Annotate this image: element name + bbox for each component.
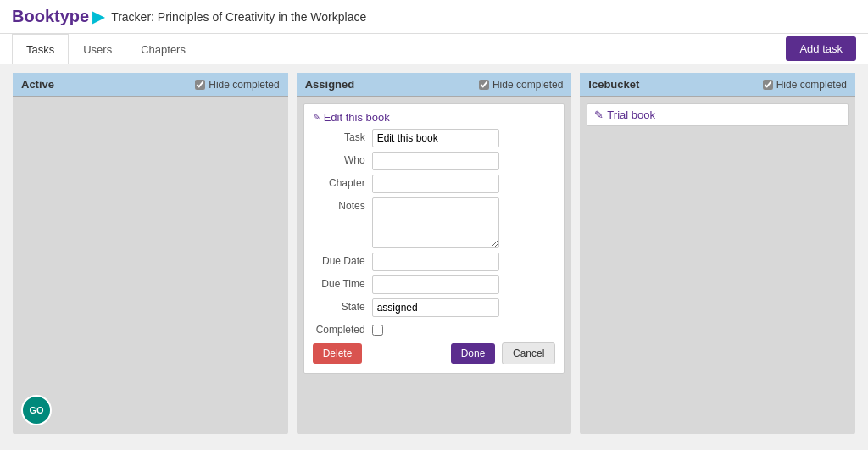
trial-book-edit-icon: ✎ bbox=[594, 108, 604, 121]
task-title-link[interactable]: ✎ Edit this book bbox=[313, 111, 556, 124]
assigned-hide-completed[interactable]: Hide completed bbox=[479, 79, 563, 91]
tab-chapters[interactable]: Chapters bbox=[126, 34, 200, 64]
task-field-label: Task bbox=[313, 129, 372, 143]
cancel-button[interactable]: Cancel bbox=[502, 342, 555, 364]
completed-checkbox[interactable] bbox=[372, 325, 383, 336]
active-column-header: Active Hide completed bbox=[13, 73, 288, 97]
active-hide-completed[interactable]: Hide completed bbox=[195, 79, 279, 91]
chapter-field-row: Chapter bbox=[313, 175, 556, 193]
icebucket-column-title: Icebucket bbox=[588, 78, 639, 91]
completed-field-label: Completed bbox=[313, 321, 372, 336]
chapter-field-label: Chapter bbox=[313, 175, 372, 189]
brand-logo: Booktype ▶ bbox=[12, 7, 104, 26]
nav-tabs: Tasks Users Chapters bbox=[12, 34, 200, 64]
avatar: GO bbox=[21, 395, 52, 425]
due-date-input[interactable] bbox=[372, 253, 499, 271]
active-hide-completed-checkbox[interactable] bbox=[195, 80, 205, 90]
assigned-column-title: Assigned bbox=[305, 78, 355, 91]
due-time-field-label: Due Time bbox=[313, 275, 372, 290]
app-header: Booktype ▶ Tracker: Principles of Creati… bbox=[0, 0, 868, 34]
trial-book-label: Trial book bbox=[607, 108, 655, 121]
completed-field-row: Completed bbox=[313, 321, 556, 336]
chapter-input[interactable] bbox=[372, 175, 499, 193]
due-date-field-row: Due Date bbox=[313, 253, 556, 271]
column-icebucket: Icebucket Hide completed ✎ Trial book bbox=[580, 73, 855, 434]
done-button[interactable]: Done bbox=[451, 343, 496, 364]
trial-book-item: ✎ Trial book bbox=[587, 103, 849, 126]
icebucket-column-header: Icebucket Hide completed bbox=[580, 73, 855, 97]
assigned-hide-completed-checkbox[interactable] bbox=[479, 80, 489, 90]
who-input[interactable] bbox=[372, 152, 499, 170]
assigned-column-header: Assigned Hide completed bbox=[297, 73, 572, 97]
edit-icon: ✎ bbox=[313, 112, 320, 123]
notes-input[interactable] bbox=[372, 197, 499, 248]
task-input[interactable] bbox=[372, 129, 499, 147]
active-column-title: Active bbox=[21, 78, 54, 91]
column-assigned: Assigned Hide completed ✎ Edit this book… bbox=[297, 73, 572, 434]
notes-field-label: Notes bbox=[313, 197, 372, 212]
delete-button[interactable]: Delete bbox=[313, 343, 363, 364]
who-field-label: Who bbox=[313, 152, 372, 166]
task-form-card: ✎ Edit this book Task Who Chapter Notes … bbox=[303, 103, 565, 374]
tab-users[interactable]: Users bbox=[69, 34, 126, 64]
main-content: Active Hide completed GO Assigned Hide c… bbox=[0, 64, 868, 442]
brand-name: Booktype bbox=[12, 7, 89, 26]
trial-book-link[interactable]: ✎ Trial book bbox=[594, 108, 841, 121]
task-title-text: Edit this book bbox=[324, 111, 390, 124]
who-field-row: Who bbox=[313, 152, 556, 170]
state-input[interactable] bbox=[372, 298, 499, 317]
due-time-field-row: Due Time bbox=[313, 275, 556, 294]
state-field-label: State bbox=[313, 298, 372, 313]
nav-bar: Tasks Users Chapters Add task bbox=[0, 34, 868, 64]
due-date-field-label: Due Date bbox=[313, 253, 372, 267]
assigned-bottom-panel bbox=[303, 381, 565, 423]
icebucket-hide-completed[interactable]: Hide completed bbox=[763, 79, 847, 91]
state-field-row: State bbox=[313, 298, 556, 317]
notes-field-row: Notes bbox=[313, 197, 556, 248]
column-active: Active Hide completed GO bbox=[13, 73, 288, 434]
task-field-row: Task bbox=[313, 129, 556, 147]
form-actions: Delete Done Cancel bbox=[313, 342, 556, 364]
icebucket-hide-completed-checkbox[interactable] bbox=[763, 80, 773, 90]
tab-tasks[interactable]: Tasks bbox=[12, 34, 69, 64]
done-cancel-group: Done Cancel bbox=[451, 342, 556, 364]
brand-arrow: ▶ bbox=[92, 8, 104, 26]
due-time-input[interactable] bbox=[372, 275, 499, 294]
add-task-button[interactable]: Add task bbox=[786, 36, 856, 61]
page-title: Tracker: Principles of Creativity in the… bbox=[111, 10, 366, 24]
